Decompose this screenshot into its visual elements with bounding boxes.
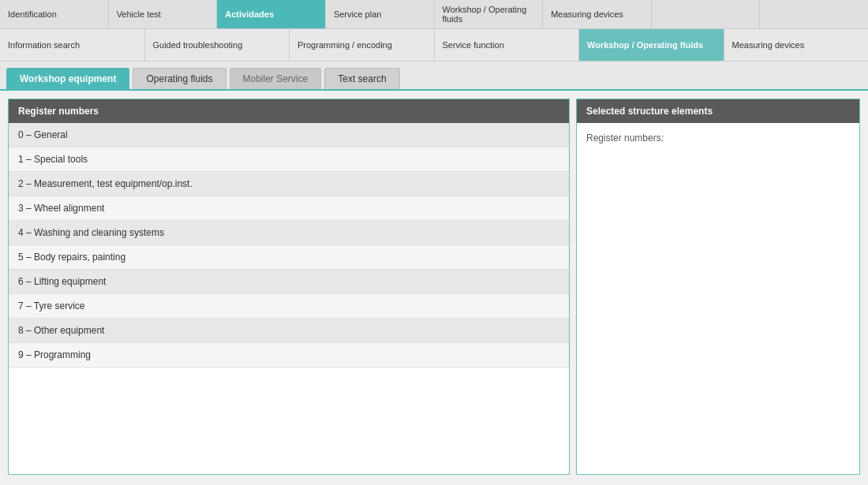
top-nav-vehicle-test[interactable]: Vehicle test <box>109 0 218 28</box>
list-item[interactable]: 4 – Washing and cleaning systems <box>9 221 569 245</box>
second-nav-information-search[interactable]: Information search <box>0 29 145 61</box>
tab-mobiler-service[interactable]: Mobiler Service <box>230 68 322 89</box>
tab-text-search[interactable]: Text search <box>324 68 399 89</box>
list-item[interactable]: 7 – Tyre service <box>9 294 569 319</box>
top-nav-actividades[interactable]: Actividades <box>217 0 326 28</box>
list-item[interactable]: 1 – Special tools <box>9 147 569 172</box>
top-nav-workshop-operating[interactable]: Workshop / Operating fluids <box>435 0 544 28</box>
right-panel-header: Selected structure elements <box>577 99 859 123</box>
second-nav-guided-troubleshooting[interactable]: Guided troubleshooting <box>145 29 290 61</box>
second-nav: Information search Guided troubleshootin… <box>0 29 868 62</box>
top-nav-identification[interactable]: Identification <box>0 0 109 28</box>
tab-bar: Workshop equipment Operating fluids Mobi… <box>0 62 868 91</box>
tab-workshop-equipment[interactable]: Workshop equipment <box>6 68 129 89</box>
main-content: Register numbers 0 – General 1 – Special… <box>0 91 868 483</box>
right-panel: Selected structure elements Register num… <box>576 99 860 475</box>
top-nav-measuring-devices[interactable]: Measuring devices <box>543 0 652 28</box>
list-item[interactable]: 5 – Body repairs, painting <box>9 245 569 270</box>
top-nav-empty1 <box>652 0 761 28</box>
left-panel: Register numbers 0 – General 1 – Special… <box>8 99 570 475</box>
second-nav-workshop-operating[interactable]: Workshop / Operating fluids <box>579 29 724 61</box>
second-nav-programming-encoding[interactable]: Programming / encoding <box>290 29 435 61</box>
second-nav-measuring-devices[interactable]: Measuring devices <box>724 29 869 61</box>
list-item[interactable]: 6 – Lifting equipment <box>9 270 569 294</box>
top-nav-service-plan[interactable]: Service plan <box>326 0 435 28</box>
selected-info: Register numbers: <box>577 123 859 153</box>
top-nav-empty2 <box>760 0 868 28</box>
list-item[interactable]: 9 – Programming <box>9 343 569 367</box>
tab-operating-fluids[interactable]: Operating fluids <box>133 68 226 89</box>
top-nav: Identification Vehicle test Actividades … <box>0 0 868 29</box>
list-item[interactable]: 2 – Measurement, test equipment/op.inst. <box>9 172 569 196</box>
left-panel-header: Register numbers <box>9 99 569 123</box>
list-item[interactable]: 0 – General <box>9 123 569 147</box>
list-item[interactable]: 8 – Other equipment <box>9 319 569 343</box>
list-item[interactable]: 3 – Wheel alignment <box>9 196 569 221</box>
second-nav-service-function[interactable]: Service function <box>435 29 580 61</box>
